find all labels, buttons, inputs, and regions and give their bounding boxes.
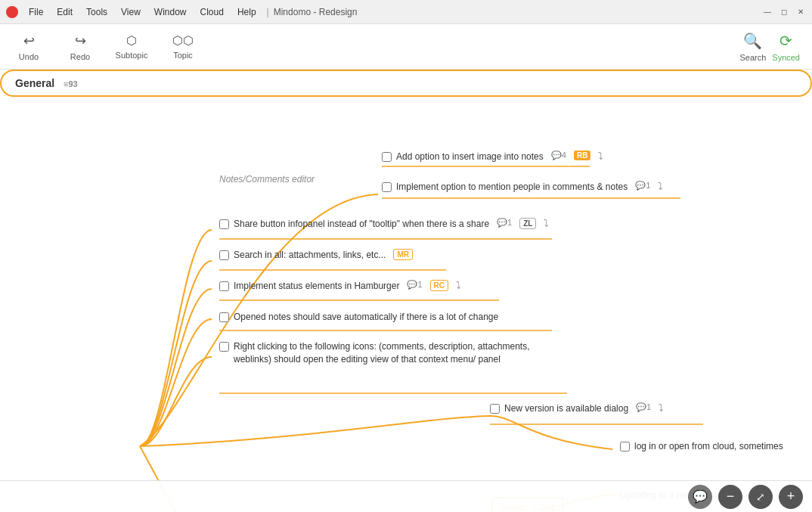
subtopic-icon: ⬡ — [126, 33, 137, 48]
central-node-count: ≡93 — [64, 79, 78, 88]
synced-label: Synced — [772, 53, 800, 62]
redo-icon: ↪ — [75, 33, 86, 49]
node-mention: Implement option to mention people in co… — [382, 181, 663, 194]
node-status-hamburger-badge: RC — [430, 280, 448, 291]
node-status-hamburger-text: Implement status elements in Hamburger — [234, 280, 399, 293]
node-status-hamburger-comment: 💬1 — [407, 280, 422, 290]
node-share-btn-follow: ⤵ — [544, 218, 549, 229]
minimize-button[interactable]: — — [762, 7, 773, 17]
node-new-version-comment: 💬1 — [636, 402, 651, 412]
restore-button[interactable]: ◻ — [779, 7, 789, 17]
redo-button[interactable]: ↪ Redo — [64, 33, 97, 61]
undo-label: Undo — [19, 52, 39, 61]
canvas: General ≡93 Notes/Comments editor Add op… — [0, 70, 812, 512]
node-share-btn-comment: 💬1 — [497, 218, 512, 228]
menu-help[interactable]: Help — [231, 5, 262, 19]
node-add-image-follow: ⤵ — [598, 150, 603, 162]
category-label: Notes/Comments editor — [219, 174, 315, 185]
node-add-image: Add option to insert image into notes 💬4… — [382, 150, 603, 163]
node-search-all-checkbox[interactable] — [219, 250, 229, 260]
node-login: log in or open from cloud, sometimes — [620, 440, 783, 453]
plus-float-button[interactable]: + — [779, 485, 803, 509]
toolbar: ↩ Undo ↪ Redo ⬡ Subtopic ⬡⬡ Topic 🔍 Sear… — [0, 24, 812, 70]
node-mention-follow: ⤵ — [658, 181, 663, 192]
menu-window[interactable]: Window — [148, 5, 193, 19]
menu-tools[interactable]: Tools — [80, 5, 113, 19]
minimize-float-button[interactable]: − — [718, 485, 742, 509]
subtopic-button[interactable]: ⬡ Subtopic — [115, 33, 148, 60]
toolbar-right: 🔍 Search ⟳ Synced — [739, 32, 800, 62]
node-login-checkbox[interactable] — [620, 442, 630, 451]
menu-cloud[interactable]: Cloud — [194, 5, 230, 19]
node-status-hamburger: Implement status elements in Hamburger 💬… — [219, 280, 461, 293]
redo-label: Redo — [70, 52, 90, 61]
menu-bar: File Edit Tools View Window Cloud Help — [23, 5, 262, 19]
node-new-version-checkbox[interactable] — [490, 404, 500, 414]
node-login-text: log in or open from cloud, sometimes — [634, 440, 783, 453]
title-separator: | — [267, 7, 269, 17]
node-add-image-comment: 💬4 — [551, 150, 566, 160]
comment-float-button[interactable]: 💬 — [688, 485, 712, 509]
window-controls: — ◻ ✕ — [762, 7, 806, 17]
title-bar: File Edit Tools View Window Cloud Help |… — [0, 0, 812, 24]
node-new-version-text: New version is available dialog — [504, 402, 628, 415]
node-mention-checkbox[interactable] — [382, 182, 392, 192]
node-add-image-badge: RB — [574, 150, 590, 160]
menu-edit[interactable]: Edit — [51, 5, 79, 19]
node-share-btn-checkbox[interactable] — [219, 219, 229, 229]
node-status-hamburger-follow: ⤵ — [456, 280, 461, 291]
node-new-version-follow: ⤵ — [659, 402, 664, 414]
menu-view[interactable]: View — [115, 5, 147, 19]
search-button[interactable]: 🔍 Search — [739, 32, 766, 62]
search-icon: 🔍 — [743, 32, 762, 50]
node-new-version: New version is available dialog 💬1 ⤵ — [490, 402, 664, 415]
node-opened-notes: Opened notes should save automatically i… — [219, 311, 498, 324]
central-node[interactable]: General ≡93 — [0, 70, 812, 97]
node-search-all-badge: MR — [393, 249, 413, 260]
topic-icon: ⬡⬡ — [172, 33, 194, 48]
subtopic-label: Subtopic — [116, 51, 148, 60]
node-share-btn: Share button infopanel instead of "toolt… — [219, 218, 549, 231]
node-share-btn-text: Share button infopanel instead of "toolt… — [234, 218, 489, 231]
node-right-click-text: Right clicking to the following icons: (… — [234, 340, 567, 366]
node-mention-comment: 💬1 — [635, 181, 650, 191]
synced-icon: ⟳ — [779, 32, 792, 50]
node-share-btn-badge: ZL — [519, 218, 536, 229]
close-button[interactable]: ✕ — [795, 7, 806, 17]
node-opened-notes-text: Opened notes should save automatically i… — [234, 311, 498, 324]
undo-button[interactable]: ↩ Undo — [12, 33, 45, 61]
node-status-hamburger-checkbox[interactable] — [219, 281, 229, 291]
central-node-label: General — [15, 77, 54, 89]
app-icon — [6, 6, 18, 18]
node-right-click-checkbox[interactable] — [219, 342, 229, 352]
node-search-all: Search in all: attachments, links, etc..… — [219, 249, 413, 262]
menu-file[interactable]: File — [23, 5, 49, 19]
node-add-image-text: Add option to insert image into notes — [396, 150, 544, 163]
topic-button[interactable]: ⬡⬡ Topic — [166, 33, 200, 60]
node-add-image-checkbox[interactable] — [382, 152, 392, 162]
search-label: Search — [739, 53, 766, 62]
bottom-toolbar: 💬 − ⤢ + — [0, 480, 812, 512]
node-search-all-text: Search in all: attachments, links, etc..… — [234, 249, 386, 262]
node-right-click: Right clicking to the following icons: (… — [219, 340, 567, 366]
node-mention-text: Implement option to mention people in co… — [396, 181, 628, 194]
topic-label: Topic — [173, 51, 193, 60]
synced-button[interactable]: ⟳ Synced — [772, 32, 800, 62]
node-opened-notes-checkbox[interactable] — [219, 312, 229, 322]
undo-icon: ↩ — [23, 33, 35, 49]
expand-float-button[interactable]: ⤢ — [748, 485, 773, 509]
window-title: Mindomo - Redesign — [274, 7, 358, 17]
